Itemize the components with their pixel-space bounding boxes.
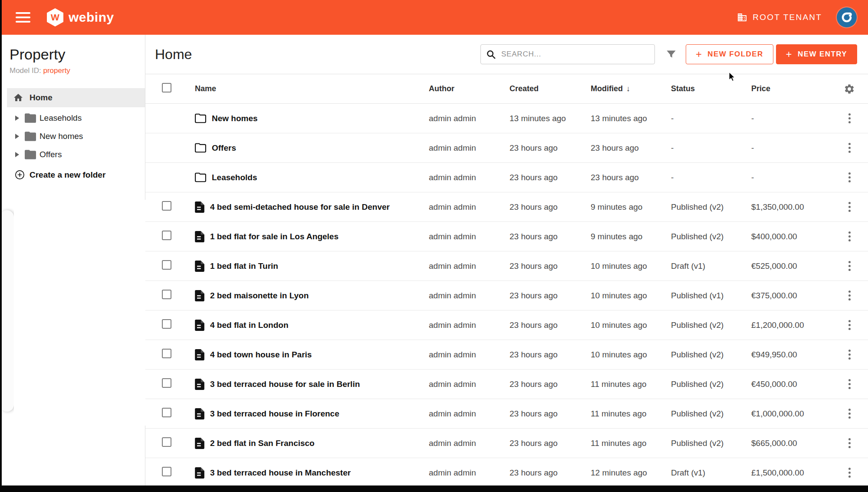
folder-icon — [195, 113, 206, 123]
row-name[interactable]: Offers — [212, 143, 236, 153]
table-row[interactable]: 4 bed town house in Paris admin admin 23… — [145, 340, 868, 370]
row-menu-kebab-icon[interactable] — [847, 377, 852, 391]
table-row[interactable]: 4 bed flat in London admin admin 23 hour… — [145, 310, 868, 340]
row-created: 23 hours ago — [510, 143, 591, 153]
column-header-created[interactable]: Created — [510, 84, 591, 93]
sidebar-item-home[interactable]: Home — [7, 88, 145, 107]
row-menu-kebab-icon[interactable] — [847, 171, 852, 184]
webiny-wordmark: webiny — [69, 10, 114, 25]
document-icon — [195, 231, 204, 242]
search-input[interactable] — [501, 50, 649, 59]
column-header-price[interactable]: Price — [751, 84, 831, 93]
row-checkbox[interactable] — [162, 201, 171, 211]
chevron-right-icon[interactable] — [15, 134, 19, 139]
row-author: admin admin — [429, 114, 510, 123]
sidebar-folder-new-homes[interactable]: New homes — [2, 127, 145, 145]
document-icon — [195, 379, 204, 390]
row-modified: 13 minutes ago — [591, 114, 671, 123]
table-row[interactable]: Offers admin admin 23 hours ago 23 hours… — [145, 133, 868, 163]
row-checkbox[interactable] — [162, 290, 171, 299]
table-row[interactable]: 3 bed terraced house for sale in Berlin … — [145, 370, 868, 399]
table-row[interactable]: 3 bed terraced house in Manchester admin… — [145, 458, 868, 485]
row-modified: 10 minutes ago — [591, 261, 671, 271]
row-name[interactable]: 1 bed flat for sale in Los Angeles — [210, 232, 339, 241]
row-status: Published (v2) — [671, 320, 751, 330]
row-checkbox[interactable] — [162, 408, 171, 417]
table-row[interactable]: 1 bed flat for sale in Los Angeles admin… — [145, 222, 868, 251]
row-menu-kebab-icon[interactable] — [847, 289, 852, 302]
row-menu-kebab-icon[interactable] — [847, 436, 852, 450]
row-status: Published (v2) — [671, 380, 751, 389]
row-modified: 23 hours ago — [591, 143, 671, 153]
row-created: 23 hours ago — [510, 232, 591, 241]
row-checkbox[interactable] — [162, 231, 171, 240]
row-menu-kebab-icon[interactable] — [847, 230, 852, 243]
row-checkbox[interactable] — [162, 437, 171, 447]
column-header-name[interactable]: Name — [195, 84, 429, 93]
row-author: admin admin — [429, 291, 510, 300]
row-menu-kebab-icon[interactable] — [847, 200, 852, 214]
search-box[interactable] — [480, 44, 655, 64]
row-price: £1,200,000.00 — [751, 320, 831, 330]
chevron-right-icon[interactable] — [15, 116, 19, 121]
row-status: - — [671, 114, 751, 123]
create-folder-button[interactable]: Create a new folder — [2, 170, 145, 180]
row-name[interactable]: 3 bed terraced house in Manchester — [210, 468, 351, 478]
sidebar-folder-offers[interactable]: Offers — [2, 145, 145, 164]
table-settings-button[interactable] — [831, 83, 868, 95]
document-icon — [195, 438, 204, 449]
row-checkbox[interactable] — [162, 378, 171, 388]
row-modified: 9 minutes ago — [591, 232, 671, 241]
row-price: $400,000.00 — [751, 232, 831, 241]
row-menu-kebab-icon[interactable] — [847, 318, 852, 332]
page-title: Home — [155, 46, 192, 63]
plus-circle-icon — [15, 170, 25, 180]
row-menu-kebab-icon[interactable] — [847, 259, 852, 273]
table-row[interactable]: New homes admin admin 13 minutes ago 13 … — [145, 104, 868, 133]
row-name[interactable]: 4 bed town house in Paris — [210, 350, 312, 360]
filter-icon[interactable] — [665, 49, 677, 60]
new-folder-button[interactable]: + NEW FOLDER — [686, 44, 773, 64]
chevron-right-icon[interactable] — [15, 152, 19, 157]
row-checkbox[interactable] — [162, 349, 171, 358]
column-header-author[interactable]: Author — [429, 84, 510, 93]
webiny-logo[interactable]: W webiny — [47, 8, 114, 26]
tenant-selector[interactable]: ROOT TENANT — [737, 12, 822, 23]
row-menu-kebab-icon[interactable] — [847, 348, 852, 361]
row-modified: 10 minutes ago — [591, 291, 671, 300]
row-name[interactable]: 4 bed semi-detached house for sale in De… — [210, 202, 390, 212]
menu-hamburger-icon[interactable] — [16, 12, 30, 23]
user-avatar[interactable] — [837, 7, 857, 27]
row-price: €949,950.00 — [751, 350, 831, 360]
folder-icon — [195, 172, 206, 182]
row-menu-kebab-icon[interactable] — [847, 466, 852, 479]
row-name[interactable]: New homes — [212, 114, 258, 123]
row-name[interactable]: 4 bed flat in London — [210, 320, 288, 330]
row-name[interactable]: 1 bed flat in Turin — [210, 261, 278, 271]
row-modified: 12 minutes ago — [591, 468, 671, 478]
table-row[interactable]: 1 bed flat in Turin admin admin 23 hours… — [145, 251, 868, 281]
row-price: $665,000.00 — [751, 439, 831, 448]
row-name[interactable]: 2 bed maisonette in Lyon — [210, 291, 309, 300]
row-menu-kebab-icon[interactable] — [847, 407, 852, 420]
row-name[interactable]: 3 bed terraced house for sale in Berlin — [210, 380, 360, 389]
sidebar-folder-leaseholds[interactable]: Leaseholds — [2, 109, 145, 127]
row-checkbox[interactable] — [162, 260, 171, 270]
row-name[interactable]: 3 bed terraced house in Florence — [210, 409, 339, 419]
table-row[interactable]: 3 bed terraced house in Florence admin a… — [145, 399, 868, 429]
table-row[interactable]: 4 bed semi-detached house for sale in De… — [145, 192, 868, 222]
new-entry-button[interactable]: + NEW ENTRY — [776, 44, 857, 64]
row-menu-kebab-icon[interactable] — [847, 141, 852, 155]
table-row[interactable]: Leaseholds admin admin 23 hours ago 23 h… — [145, 163, 868, 192]
model-id-line: Model ID: property — [10, 66, 145, 75]
row-name[interactable]: Leaseholds — [212, 173, 257, 182]
row-name[interactable]: 2 bed flat in San Francisco — [210, 439, 315, 448]
column-header-status[interactable]: Status — [671, 84, 751, 93]
table-row[interactable]: 2 bed flat in San Francisco admin admin … — [145, 429, 868, 458]
row-checkbox[interactable] — [162, 467, 171, 476]
select-all-checkbox[interactable] — [162, 83, 171, 92]
row-checkbox[interactable] — [162, 319, 171, 329]
column-header-modified[interactable]: Modified↓ — [591, 84, 671, 93]
table-row[interactable]: 2 bed maisonette in Lyon admin admin 23 … — [145, 281, 868, 310]
row-menu-kebab-icon[interactable] — [847, 112, 852, 125]
